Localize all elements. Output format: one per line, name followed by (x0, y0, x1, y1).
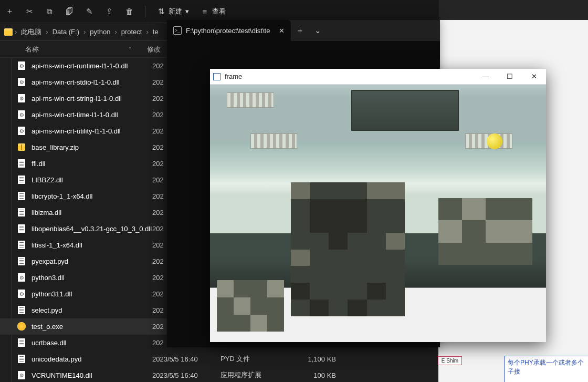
file-name: api-ms-win-crt-runtime-l1-1-0.dll (32, 62, 152, 70)
maximize-button[interactable]: ☐ (498, 69, 522, 85)
gear-icon (17, 61, 26, 70)
dll-icon (17, 305, 26, 315)
file-name: python3.dll (32, 274, 152, 282)
gear-icon (17, 273, 26, 282)
phy-note: 每个PHY承载一个或者多个子接 (504, 356, 588, 382)
gear-icon (17, 126, 26, 136)
file-name: api-ms-win-crt-stdio-l1-1-0.dll (32, 78, 152, 86)
share-icon[interactable]: ⇪ (105, 7, 113, 16)
dll-icon (17, 208, 26, 217)
dll-icon (17, 354, 26, 364)
dll-icon (17, 224, 26, 233)
frame-content (210, 85, 546, 342)
file-name: pyexpat.pyd (32, 257, 152, 265)
file-name: unicodedata.pyd (32, 355, 152, 363)
file-date: 2023/5/5 16:40 (152, 355, 220, 363)
col-name[interactable]: 名称 ˄ (0, 45, 147, 54)
file-type: PYD 文件 (220, 354, 284, 364)
folder-icon (4, 28, 13, 36)
terminal-tab[interactable]: >_ F:\python\protect\test\dist\te ✕ (167, 20, 291, 41)
file-name: api-ms-win-crt-utility-l1-1-0.dll (32, 127, 152, 135)
file-name: libopenblas64__v0.3.21-gcc_10_3_0.dll (32, 225, 152, 233)
view-label: 查看 (212, 7, 226, 16)
file-name: ucrtbase.dll (32, 339, 152, 347)
exe-icon (17, 322, 26, 331)
shim-badge: E Shim (438, 356, 462, 365)
crumb-2[interactable]: python (88, 28, 112, 36)
dll-icon (17, 240, 26, 250)
ceiling-vent (351, 90, 459, 131)
file-date: 2023/5/5 16:40 (152, 371, 220, 379)
crumb-1[interactable]: Data (F:) (50, 28, 81, 36)
desk-blob (217, 280, 284, 332)
file-name: base_library.zip (32, 143, 152, 151)
yellow-orb (487, 133, 502, 149)
frame-window: frame — ☐ ✕ (210, 69, 546, 342)
terminal-titlebar: >_ F:\python\protect\test\dist\te ✕ ＋ ⌄ (167, 20, 440, 41)
file-name: select.pyd (32, 306, 152, 314)
close-button[interactable]: ✕ (522, 69, 546, 85)
file-name: api-ms-win-crt-string-l1-1-0.dll (32, 95, 152, 102)
terminal-actions: ＋ ⌄ (291, 20, 327, 41)
dll-icon (17, 159, 26, 168)
light-fixture (227, 92, 274, 108)
frame-titlebar: frame — ☐ ✕ (210, 69, 546, 85)
dll-icon (17, 256, 26, 266)
sort-arrow-icon: ˄ (129, 46, 131, 52)
desk-blob (438, 198, 532, 265)
crumb-3[interactable]: protect (119, 28, 144, 36)
view-menu[interactable]: ≡ 查看 (201, 7, 226, 16)
zip-icon (17, 142, 26, 152)
crumb-4[interactable]: te (151, 28, 161, 36)
file-size: 100 KB (284, 371, 336, 379)
right-panel-dark (439, 0, 588, 20)
gear-icon (17, 370, 26, 380)
gear-icon (17, 77, 26, 87)
new-label: 新建 (169, 7, 182, 16)
file-name: libcrypto-1_1-x64.dll (32, 192, 152, 200)
terminal-icon: >_ (173, 26, 182, 35)
dll-icon (17, 175, 26, 184)
file-name: test_o.exe (32, 323, 152, 331)
toolbar-divider (145, 6, 145, 17)
file-type: 应用程序扩展 (220, 370, 284, 380)
tab-dropdown-button[interactable]: ⌄ (309, 26, 327, 35)
sort-menu[interactable]: ⇅ 新建 ▾ (157, 7, 189, 16)
file-name: libssl-1_1-x64.dll (32, 241, 152, 249)
minimize-button[interactable]: — (474, 69, 498, 85)
crumb-0[interactable]: 此电脑 (19, 27, 44, 37)
file-name: api-ms-win-crt-time-l1-1-0.dll (32, 111, 152, 119)
new-icon[interactable]: ＋ (5, 6, 14, 16)
gear-icon (17, 289, 26, 298)
gear-icon (17, 94, 26, 103)
cut-icon[interactable]: ✂ (25, 7, 34, 16)
light-fixture (250, 133, 298, 149)
terminal-tab-title: F:\python\protect\test\dist\te (186, 27, 270, 35)
file-name: liblzma.dll (32, 209, 152, 216)
gear-icon (17, 110, 26, 119)
dll-icon (17, 338, 26, 347)
dll-icon (17, 191, 26, 201)
tab-close-button[interactable]: ✕ (274, 27, 289, 35)
file-name: LIBBZ2.dll (32, 176, 152, 184)
frame-title: frame (225, 73, 474, 80)
file-size: 1,100 KB (284, 355, 336, 363)
file-name: ffi.dll (32, 160, 152, 168)
copy-icon[interactable]: ⧉ (45, 7, 54, 16)
file-name: python311.dll (32, 290, 152, 298)
pixelated-figure (291, 182, 405, 316)
new-tab-button[interactable]: ＋ (291, 26, 309, 36)
file-name: VCRUNTIME140.dll (32, 371, 152, 379)
rename-icon[interactable]: ✎ (85, 7, 93, 16)
frame-app-icon (213, 73, 220, 80)
delete-icon[interactable]: 🗑 (125, 7, 133, 16)
paste-icon[interactable]: 🗐 (65, 7, 74, 16)
